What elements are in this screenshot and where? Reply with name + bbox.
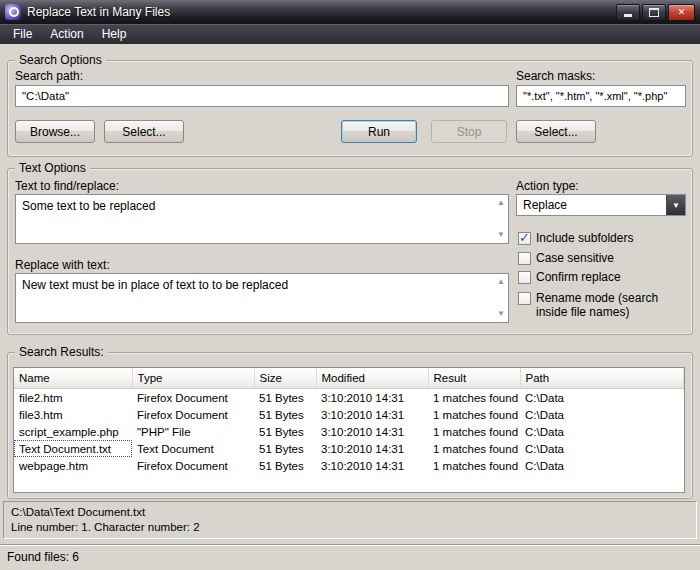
action-type-value: Replace [517, 198, 666, 212]
maximize-button[interactable] [642, 4, 666, 21]
minimize-icon [624, 14, 632, 17]
status-bar: Found files: 6 [0, 544, 700, 570]
checkbox-box-icon [518, 271, 531, 284]
find-text-area: Some text to be replaced ▲ ▼ [15, 194, 509, 244]
cell-result: 1 matches found [428, 423, 520, 440]
search-path-input[interactable] [15, 85, 509, 107]
confirm-replace-checkbox[interactable]: Confirm replace [518, 270, 621, 284]
search-results-group-label: Search Results: [15, 345, 108, 359]
include-subfolders-checkbox[interactable]: Include subfolders [518, 231, 633, 245]
result-row[interactable]: file2.htmFirefox Document51 Bytes3:10:20… [14, 389, 684, 407]
app-icon [5, 4, 21, 20]
detail-file-path: C:\Data\Text Document.txt [11, 505, 689, 520]
result-row[interactable]: file3.htmFirefox Document51 Bytes3:10:20… [14, 406, 684, 423]
find-text-input[interactable]: Some text to be replaced [16, 195, 508, 243]
find-text-label: Text to find/replace: [15, 179, 119, 193]
replace-text-label: Replace with text: [15, 258, 110, 272]
detail-panel: C:\Data\Text Document.txt Line number: 1… [3, 501, 697, 539]
found-files-text: Found files: 6 [7, 550, 79, 564]
checkbox-label: Include subfolders [536, 231, 633, 245]
cell-name: file2.htm [14, 389, 132, 407]
result-row[interactable]: Text Document.txtText Document51 Bytes3:… [14, 440, 684, 457]
cell-path: C:\Data [520, 440, 684, 457]
action-type-label: Action type: [516, 179, 579, 193]
cell-result: 1 matches found [428, 440, 520, 457]
results-listview: Name Type Size Modified Result Path file… [13, 367, 685, 493]
text-options-group: Text Options Text to find/replace: Some … [7, 168, 693, 335]
run-button[interactable]: Run [341, 120, 417, 143]
column-header-path[interactable]: Path [520, 368, 684, 389]
scroll-down-icon[interactable]: ▼ [497, 231, 505, 239]
results-table: Name Type Size Modified Result Path file… [14, 368, 684, 474]
cell-type: Text Document [132, 440, 254, 457]
window-title: Replace Text in Many Files [27, 5, 616, 19]
column-header-type[interactable]: Type [132, 368, 254, 389]
checkbox-label: Rename mode (search inside file names) [536, 291, 688, 319]
search-path-label: Search path: [15, 69, 83, 83]
cell-size: 51 Bytes [254, 423, 316, 440]
select-masks-button[interactable]: Select... [516, 120, 596, 143]
search-options-group-label: Search Options [15, 53, 106, 67]
search-masks-label: Search masks: [516, 69, 595, 83]
close-button[interactable]: ✕ [668, 4, 695, 21]
cell-name: file3.htm [14, 406, 132, 423]
result-row[interactable]: webpage.htmFirefox Document51 Bytes3:10:… [14, 457, 684, 474]
cell-result: 1 matches found [428, 389, 520, 407]
search-options-group: Search Options Search path: Search masks… [7, 60, 693, 157]
cell-size: 51 Bytes [254, 440, 316, 457]
case-sensitive-checkbox[interactable]: Case sensitive [518, 251, 614, 265]
browse-button[interactable]: Browse... [15, 120, 95, 143]
minimize-button[interactable] [616, 4, 640, 21]
scroll-up-icon[interactable]: ▲ [497, 278, 505, 286]
scroll-up-icon[interactable]: ▲ [497, 199, 505, 207]
rename-mode-checkbox[interactable]: Rename mode (search inside file names) [518, 291, 688, 319]
cell-name: Text Document.txt [14, 440, 132, 457]
results-table-body: file2.htmFirefox Document51 Bytes3:10:20… [14, 389, 684, 475]
cell-size: 51 Bytes [254, 406, 316, 423]
maximize-icon [649, 8, 659, 17]
checkbox-label: Case sensitive [536, 251, 614, 265]
cell-name: webpage.htm [14, 457, 132, 474]
checkbox-box-icon [518, 292, 531, 305]
cell-type: Firefox Document [132, 406, 254, 423]
app-window: Replace Text in Many Files ✕ File Action… [0, 0, 700, 570]
replace-text-input[interactable]: New text must be in place of text to to … [16, 274, 508, 322]
cell-modified: 3:10:2010 14:31 [316, 423, 428, 440]
column-header-result[interactable]: Result [428, 368, 520, 389]
stop-button[interactable]: Stop [431, 120, 507, 143]
cell-size: 51 Bytes [254, 389, 316, 407]
detail-position-info: Line number: 1. Character number: 2 [11, 520, 689, 535]
checkbox-box-icon [518, 232, 531, 245]
cell-type: Firefox Document [132, 457, 254, 474]
action-type-select[interactable]: Replace ▼ [516, 194, 686, 216]
select-path-button[interactable]: Select... [104, 120, 184, 143]
checkbox-label: Confirm replace [536, 270, 621, 284]
search-results-group: Search Results: Name Type Size Modified … [7, 352, 693, 499]
column-header-modified[interactable]: Modified [316, 368, 428, 389]
replace-text-area: New text must be in place of text to to … [15, 273, 509, 323]
menu-action[interactable]: Action [41, 25, 92, 43]
cell-modified: 3:10:2010 14:31 [316, 457, 428, 474]
column-header-name[interactable]: Name [14, 368, 132, 389]
cell-result: 1 matches found [428, 406, 520, 423]
menu-file[interactable]: File [4, 25, 41, 43]
scroll-down-icon[interactable]: ▼ [497, 310, 505, 318]
text-options-group-label: Text Options [15, 161, 90, 175]
cell-size: 51 Bytes [254, 457, 316, 474]
cell-type: Firefox Document [132, 389, 254, 407]
result-row[interactable]: script_example.php"PHP" File51 Bytes3:10… [14, 423, 684, 440]
cell-type: "PHP" File [132, 423, 254, 440]
cell-path: C:\Data [520, 389, 684, 407]
column-header-size[interactable]: Size [254, 368, 316, 389]
cell-modified: 3:10:2010 14:31 [316, 389, 428, 407]
cell-path: C:\Data [520, 457, 684, 474]
checkbox-box-icon [518, 252, 531, 265]
cell-path: C:\Data [520, 406, 684, 423]
menu-help[interactable]: Help [93, 25, 136, 43]
cell-modified: 3:10:2010 14:31 [316, 406, 428, 423]
window-controls: ✕ [616, 4, 695, 21]
search-masks-input[interactable] [516, 85, 686, 107]
close-icon: ✕ [678, 7, 686, 17]
cell-result: 1 matches found [428, 457, 520, 474]
results-header-row: Name Type Size Modified Result Path [14, 368, 684, 389]
